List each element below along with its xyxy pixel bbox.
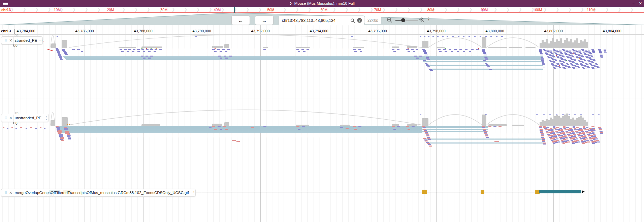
coverage-blob	[422, 41, 428, 48]
minimize-icon[interactable]: –	[633, 1, 635, 5]
aligned-read	[483, 130, 486, 131]
close-track-icon[interactable]: ✕	[9, 191, 12, 195]
chromosome-overview-ruler[interactable]: chr13 ❯❯❯❯❯❯❯❯❯❯❯❯❯❯❯❯❯❯❯❯❯❯❯❯❯❯❯❯❯❯❯❯❯❯…	[0, 7, 644, 13]
stranded-track-header[interactable]: ⠿✕stranded_PE⋮	[1, 36, 43, 44]
aligned-read	[571, 131, 574, 132]
aligned-read	[569, 51, 571, 52]
aligned-read	[592, 68, 594, 69]
aligned-read	[426, 64, 428, 65]
close-track-icon[interactable]: ✕	[9, 38, 12, 43]
intron-connector-line	[425, 141, 543, 141]
drag-handle-icon[interactable]: ⠿	[4, 39, 7, 42]
aligned-read	[550, 57, 552, 58]
intron-connector-line	[65, 136, 543, 136]
track-label: mergeOverlapGenesOfFilteredTranscriptsOf…	[15, 191, 189, 195]
zoom-out-icon[interactable]	[387, 17, 392, 23]
track-unstranded[interactable]: 028⠿✕unstranded_PE⋮	[0, 98, 644, 187]
chevron-right-icon: ❯	[289, 2, 292, 5]
aligned-read	[229, 56, 232, 57]
tracks-area[interactable]: 035⠿✕stranded_PE⋮028⠿✕unstranded_PE⋮C083…	[0, 35, 644, 222]
track-menu-icon[interactable]: ⋮	[44, 116, 49, 120]
chevron-right-pattern-icon: ❯	[357, 7, 361, 12]
aligned-read	[567, 53, 569, 54]
aligned-read	[562, 65, 564, 66]
forward-button[interactable]: →	[255, 15, 273, 25]
location-search-input[interactable]	[279, 18, 350, 23]
aligned-read	[457, 51, 459, 52]
unstranded-track-header[interactable]: ⠿✕unstranded_PE⋮	[1, 114, 49, 122]
drag-handle-icon[interactable]: ⠿	[4, 116, 7, 120]
chevron-right-pattern-icon: ❯	[147, 7, 150, 12]
zoom-slider[interactable]	[395, 20, 418, 21]
aligned-read	[567, 140, 569, 141]
chevron-right-pattern-icon: ❯	[295, 7, 299, 12]
aligned-read	[554, 59, 556, 60]
aligned-read	[11, 127, 13, 128]
aligned-read	[541, 57, 543, 58]
aligned-read	[424, 139, 427, 140]
insert-dash	[580, 114, 582, 115]
track-label: stranded_PE	[15, 38, 37, 42]
search-icon[interactable]	[350, 18, 355, 23]
chevron-right-pattern-icon: ❯	[556, 7, 559, 12]
aligned-read	[565, 66, 568, 67]
intron-connector-line	[64, 57, 543, 58]
aligned-read	[296, 49, 299, 50]
track-menu-icon[interactable]: ⋮	[192, 190, 196, 195]
aligned-read	[594, 62, 596, 63]
aligned-read	[599, 51, 602, 52]
aligned-read	[550, 129, 553, 131]
gtf-track-header[interactable]: ⠿✕mergeOverlapGenesOfFilteredTranscripts…	[1, 189, 196, 197]
help-icon[interactable]: ?	[357, 18, 362, 23]
insert-dash	[562, 114, 564, 115]
aligned-read	[555, 62, 558, 63]
region-ruler[interactable]: chr13 43,784,00043,786,00043,788,00043,7…	[0, 25, 644, 35]
aligned-read	[540, 53, 543, 54]
aligned-read	[411, 49, 414, 50]
overview-position-marker[interactable]	[234, 7, 235, 13]
aligned-read	[593, 60, 595, 61]
location-searchbox[interactable]: ?	[279, 15, 364, 25]
aligned-read	[583, 64, 585, 65]
aligned-read	[151, 48, 152, 49]
aligned-read	[424, 53, 427, 54]
chevron-right-pattern-icon: ❯	[221, 7, 225, 12]
track-gtf[interactable]: C083⠿✕mergeOverlapGenesOfFilteredTranscr…	[0, 187, 644, 222]
coverage-blob	[119, 47, 136, 48]
close-icon[interactable]: ✕	[639, 1, 642, 6]
chevron-right-pattern-icon: ❯	[469, 7, 473, 12]
insert-dash	[598, 114, 600, 115]
aligned-read	[574, 53, 576, 54]
aligned-read	[554, 135, 557, 137]
zoom-slider-thumb[interactable]	[401, 18, 405, 22]
hamburger-menu-icon[interactable]	[3, 2, 8, 5]
aligned-read	[576, 138, 578, 140]
drag-handle-icon[interactable]: ⠿	[4, 191, 7, 195]
aligned-read	[579, 58, 580, 59]
track-menu-icon[interactable]: ⋮	[40, 38, 44, 43]
aligned-read	[575, 68, 578, 69]
track-stranded[interactable]: 035⠿✕stranded_PE⋮	[0, 35, 644, 98]
close-track-icon[interactable]: ✕	[9, 116, 12, 120]
toolbar-kebab-menu[interactable]: ⋮	[426, 17, 431, 22]
aligned-read	[133, 49, 135, 50]
aligned-read	[426, 58, 429, 59]
aligned-read	[556, 56, 559, 57]
intron-connector-line	[64, 135, 543, 135]
aligned-read	[298, 51, 300, 52]
exon-feature[interactable]	[481, 190, 484, 194]
chevron-right-pattern-icon: ❯	[72, 7, 76, 12]
aligned-read	[7, 128, 8, 129]
zoom-in-icon[interactable]	[419, 17, 425, 23]
aligned-read	[471, 49, 474, 50]
aligned-read	[555, 65, 557, 66]
cds-feature[interactable]	[539, 190, 581, 193]
intron-connector-line	[423, 61, 543, 62]
coverage-blob	[509, 47, 522, 48]
aligned-read	[574, 65, 576, 66]
exon-feature[interactable]	[422, 190, 427, 194]
aligned-read	[553, 67, 555, 68]
aligned-read	[601, 57, 603, 58]
chevron-right-pattern-icon: ❯	[134, 7, 138, 12]
back-button[interactable]: ←	[231, 15, 250, 25]
